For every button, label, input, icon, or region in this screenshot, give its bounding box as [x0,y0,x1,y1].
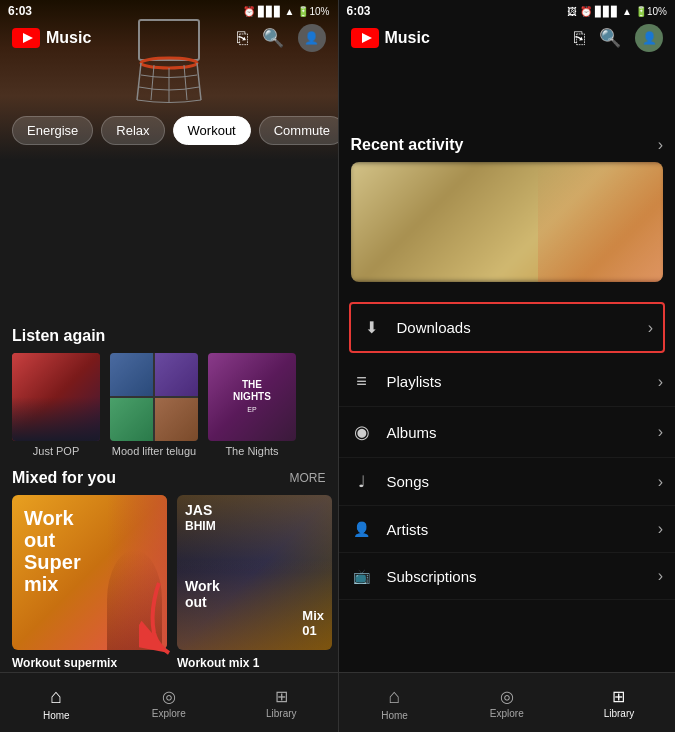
mix-item-1[interactable]: JASBHIM Workout Mix01 Workout mix 1 Rahu… [177,495,332,696]
recent-banner-overlay [538,162,663,282]
status-icons: ⏰ ▊▊▊ ▲ 🔋10% [243,6,330,17]
songs-label: Songs [387,473,430,490]
mixed-for-you-header: Mixed for you MORE [0,457,338,495]
songs-icon: ♩ [351,472,373,491]
menu-item-subscriptions[interactable]: 📺 Subscriptions › [339,553,676,600]
right-header-icons: ⎘ 🔍 👤 [574,24,663,52]
art-grid-cell [110,398,153,441]
left-nav-home[interactable]: ⌂ Home [0,673,113,732]
albums-icon: ◉ [351,421,373,443]
right-logo-area: Music [351,28,430,48]
right-app-title: Music [385,29,430,47]
art-pop [12,353,100,441]
listen-label-1: Mood lifter telugu [110,445,198,457]
mix-thumb-0: WorkoutSupermix [12,495,167,650]
menu-item-playlists[interactable]: ≡ Playlists › [339,357,676,407]
menu-item-artists[interactable]: 👤 Artists › [339,506,676,553]
menu-item-songs[interactable]: ♩ Songs › [339,458,676,506]
signal-icon: ▊▊▊ [258,6,282,17]
explore-icon: ◎ [162,687,176,706]
recent-activity-section: Recent activity › [339,136,676,290]
alarm-icon: ⏰ [243,6,255,17]
svg-line-2 [137,63,141,100]
chip-energise[interactable]: Energise [12,116,93,145]
recent-activity-title: Recent activity [351,136,464,154]
right-youtube-logo [351,28,379,48]
home-label: Home [43,710,70,721]
menu-list: ⬇ Downloads › ≡ Playlists › ◉ Albums [339,298,676,600]
songs-chevron: › [658,473,663,491]
subscriptions-left: 📺 Subscriptions [351,568,477,585]
left-bottom-nav: ⌂ Home ◎ Explore ⊞ Library [0,672,338,732]
mix-art-1: JASBHIM Workout Mix01 [177,495,332,650]
left-panel: Music ⎘ 🔍 👤 6:03 ⏰ ▊▊▊ ▲ 🔋10% Energise R… [0,0,338,732]
app-title: Music [46,29,91,47]
right-nav-home[interactable]: ⌂ Home [339,673,451,732]
youtube-music-logo [12,28,40,48]
battery-icon: 🔋10% [297,6,329,17]
avatar[interactable]: 👤 [298,24,326,52]
listen-thumb-2: THENIGHTSEP [208,353,296,441]
chips-container: Energise Relax Workout Commute [0,108,338,153]
mix-thumb-1: JASBHIM Workout Mix01 [177,495,332,650]
chip-commute[interactable]: Commute [259,116,338,145]
left-nav-library[interactable]: ⊞ Library [225,673,338,732]
playlists-icon: ≡ [351,371,373,392]
wifi-icon: ▲ [285,6,295,17]
listen-item-2[interactable]: THENIGHTSEP The Nights [208,353,296,457]
downloads-label: Downloads [397,319,471,336]
chip-relax[interactable]: Relax [101,116,164,145]
home-icon: ⌂ [50,685,62,708]
menu-item-albums[interactable]: ◉ Albums › [339,407,676,458]
right-content: Recent activity › ⬇ Downloads › [339,68,676,732]
recent-activity-header: Recent activity › [351,136,664,154]
mixed-title: Mixed for you [12,469,116,487]
mix-title-text-0: WorkoutSupermix [12,495,167,607]
left-nav-explore[interactable]: ◎ Explore [113,673,226,732]
subscriptions-icon: 📺 [351,568,373,584]
albums-chevron: › [658,423,663,441]
mix-row: WorkoutSupermix Workout supermix Shakira… [0,495,338,696]
right-search-icon[interactable]: 🔍 [599,27,621,49]
right-nav-library[interactable]: ⊞ Library [563,673,675,732]
playlists-left: ≡ Playlists [351,371,442,392]
cast-icon[interactable]: ⎘ [237,28,248,49]
mix-item-title-1: Workout mix 1 [177,656,332,670]
albums-left: ◉ Albums [351,421,437,443]
albums-label: Albums [387,424,437,441]
right-header: Music ⎘ 🔍 👤 [339,0,676,60]
right-nav-explore[interactable]: ◎ Explore [451,673,563,732]
right-avatar[interactable]: 👤 [635,24,663,52]
subscriptions-chevron: › [658,567,663,585]
art-grid-cell [155,398,198,441]
recent-activity-chevron[interactable]: › [658,136,663,154]
right-library-icon: ⊞ [612,687,625,706]
mix-item-0[interactable]: WorkoutSupermix Workout supermix Shakira… [12,495,167,696]
search-icon[interactable]: 🔍 [262,27,284,49]
listen-again-grid: Just POP Mood lifter telugu THENIGHTSEP [0,353,338,457]
chip-workout[interactable]: Workout [173,116,251,145]
recent-activity-banner[interactable] [351,162,664,282]
logo-area: Music [12,28,91,48]
more-link[interactable]: MORE [290,471,326,485]
listen-item-1[interactable]: Mood lifter telugu [110,353,198,457]
downloads-chevron: › [648,319,653,337]
scroll-content: Listen again Just POP [0,315,338,732]
right-panel: 6:03 🖼 ⏰ ▊▊▊ ▲ 🔋10% Music ⎘ 🔍 👤 Re [339,0,676,732]
listen-thumb-1 [110,353,198,441]
right-cast-icon[interactable]: ⎘ [574,28,585,49]
library-icon: ⊞ [275,687,288,706]
menu-item-downloads[interactable]: ⬇ Downloads › [351,304,664,351]
listen-item-0[interactable]: Just POP [12,353,100,457]
right-explore-label: Explore [490,708,524,719]
header-icons: ⎘ 🔍 👤 [237,24,326,52]
listen-label-0: Just POP [12,445,100,457]
svg-line-4 [151,65,154,100]
mix-art-0: WorkoutSupermix [12,495,167,650]
playlists-chevron: › [658,373,663,391]
right-bottom-nav: ⌂ Home ◎ Explore ⊞ Library [339,672,676,732]
svg-line-3 [197,63,201,100]
svg-line-6 [184,65,187,100]
mix-item-title-0: Workout supermix [12,656,167,670]
downloads-highlight: ⬇ Downloads › [349,302,666,353]
